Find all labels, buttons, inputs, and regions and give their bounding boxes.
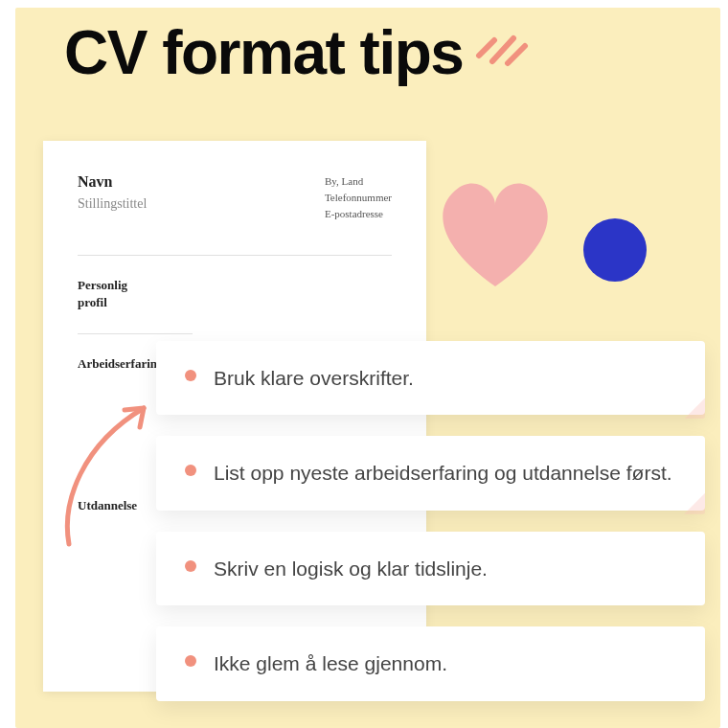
- blue-dot-icon: [583, 218, 647, 282]
- cv-contact-block: By, Land Telefonnummer E-postadresse: [325, 173, 392, 222]
- spark-icon: [471, 13, 533, 67]
- tip-card: List opp nyeste arbeidserfaring og utdan…: [156, 436, 705, 510]
- bullet-icon: [185, 370, 196, 381]
- cv-contact-email: E-postadresse: [325, 206, 392, 222]
- svg-line-2: [508, 46, 525, 63]
- cv-contact-city: By, Land: [325, 173, 392, 190]
- divider: [78, 255, 392, 256]
- bullet-icon: [185, 655, 196, 667]
- svg-line-0: [479, 40, 494, 56]
- tip-card: Bruk klare overskrifter.: [156, 341, 705, 415]
- heart-icon: [428, 162, 562, 296]
- divider: [78, 333, 193, 334]
- arrow-icon: [54, 397, 169, 550]
- tip-card: Ikke glem å lese gjennom.: [156, 626, 705, 700]
- tips-list: Bruk klare overskrifter. List opp nyeste…: [156, 341, 705, 722]
- tip-text: Bruk klare overskrifter.: [214, 364, 676, 392]
- cv-name-field: Navn: [78, 173, 147, 191]
- cv-section-profile: Personlig profil: [78, 277, 392, 310]
- cv-contact-phone: Telefonnummer: [325, 190, 392, 206]
- tip-text: Skriv en logisk og klar tidslinje.: [214, 555, 676, 582]
- page-title: CV format tips: [64, 17, 463, 88]
- tip-text: Ikke glem å lese gjennom.: [214, 649, 676, 677]
- bullet-icon: [185, 465, 196, 476]
- cv-jobtitle-field: Stillingstittel: [78, 196, 147, 212]
- tip-card: Skriv en logisk og klar tidslinje.: [156, 532, 705, 605]
- tip-text: List opp nyeste arbeidserfaring og utdan…: [214, 459, 676, 487]
- bullet-icon: [185, 560, 196, 572]
